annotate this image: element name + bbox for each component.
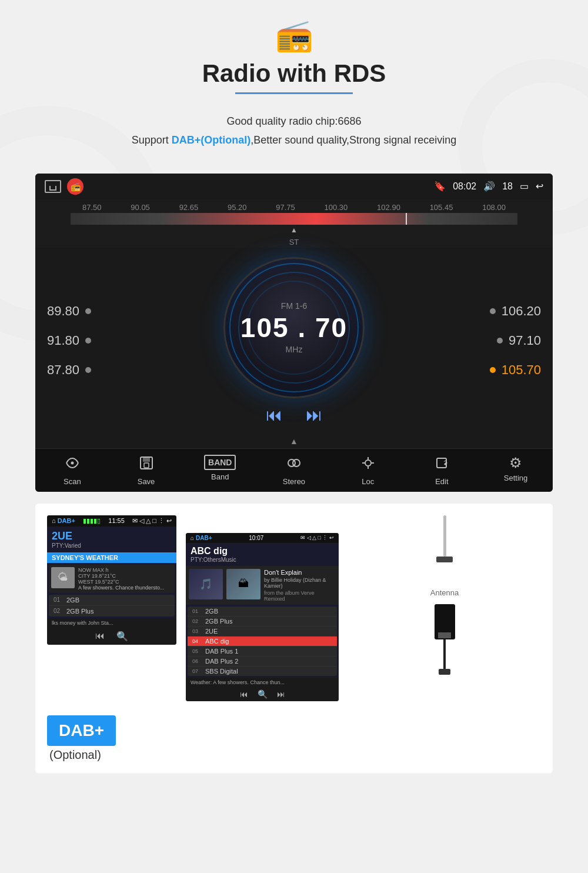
freq-100: 100.30	[325, 203, 348, 212]
dab-station-info-1: 2UE PTY:Varied	[47, 527, 176, 552]
station-dot-105	[490, 367, 496, 373]
tuner-preset: FM 1-6	[281, 301, 307, 311]
freq-102: 102.90	[377, 203, 400, 212]
toolbar-save[interactable]: Save	[120, 455, 173, 486]
toolbar-edit[interactable]: Edit	[415, 455, 468, 486]
edit-icon	[433, 455, 450, 475]
station-left-3[interactable]: 87.80	[47, 362, 118, 378]
st-label: ST	[35, 236, 553, 248]
search-btn-1[interactable]: 🔍	[116, 631, 128, 642]
home-icon-dab2: ⌂	[191, 535, 194, 541]
subtitle2: Support DAB+(Optional),Better sound qual…	[132, 131, 456, 149]
edit-label: Edit	[435, 477, 448, 486]
station-right-1[interactable]: 106.20	[490, 304, 541, 319]
status-left: 📻	[45, 178, 83, 195]
freq-ruler: 87.50 90.05 92.65 95.20 97.75 100.30 102…	[35, 199, 553, 248]
station-freq-89: 89.80	[47, 304, 79, 319]
dab-album-2: 🎵 🏔 Don't Explain by Billie Holiday (Diz…	[186, 566, 339, 605]
usb-dongle	[435, 604, 455, 675]
svg-point-0	[71, 461, 74, 464]
radio-screen: 📻 🔖 08:02 🔊 18 ▭ ↩ 87.50 90.05 92.65 95.…	[35, 174, 553, 492]
radio-toolbar: Scan Save BAND Band	[35, 448, 553, 492]
toolbar-band[interactable]: BAND Band	[193, 455, 246, 486]
dab-section: ⌂ DAB+ ▮▮▮▮▯ 11:55 ✉ ◁ △ □ ⋮ ↩ 2UE PTY:V…	[35, 504, 553, 774]
dab-controls-2: ⏮ 🔍 ⏭	[186, 687, 339, 701]
album-art-1: 🎵	[189, 569, 223, 599]
freq-numbers: 87.50 90.05 92.65 95.20 97.75 100.30 102…	[35, 203, 553, 212]
next-station-button[interactable]: ⏭	[306, 405, 322, 425]
dab-station-info-2: ABC dig PTY:OthersMusic	[186, 543, 339, 566]
station-freq-91: 91.80	[47, 333, 79, 348]
battery-level: 18	[502, 181, 513, 192]
station-dot-91	[85, 338, 91, 344]
dab-statusbar-1: ⌂ DAB+ ▮▮▮▮▯ 11:55 ✉ ◁ △ □ ⋮ ↩	[47, 515, 176, 527]
title-underline	[235, 92, 353, 94]
center-tuner: FM 1-6 105 . 70 MHz ⏮ ⏭	[118, 257, 470, 425]
toolbar-loc[interactable]: Loc	[342, 455, 395, 486]
station-dot-97	[497, 338, 503, 344]
station-dot-106	[490, 308, 496, 314]
toolbar-stereo[interactable]: Stereo	[268, 455, 320, 486]
station-list-right: 106.20 97.10 105.70	[470, 304, 541, 378]
svg-rect-7	[437, 458, 446, 468]
freq-arrow: ▲	[35, 225, 553, 236]
album-name: from the album Verve Remixed	[264, 590, 336, 602]
prev-btn-1[interactable]: ⏮	[95, 631, 105, 642]
news-item-1: 🌤 NOW MAX h CITY 19.8°21°C WEST 19.5°22°…	[49, 565, 175, 593]
station-list-left: 89.80 91.80 87.80	[47, 304, 118, 378]
band-icon: BAND	[204, 455, 236, 470]
dab-station-name-2: ABC dig	[191, 546, 334, 557]
station-right-2[interactable]: 97.10	[497, 333, 541, 348]
dab-label-1: DAB+	[58, 517, 75, 524]
dab-pty-1: PTY:Varied	[52, 542, 172, 549]
weather-banner-1: SYDNEY'S WEATHER	[47, 552, 176, 563]
band-label: Band	[211, 472, 229, 481]
time-display: 08:02	[453, 181, 476, 192]
prev-station-button[interactable]: ⏮	[266, 405, 282, 425]
freq-90: 90.05	[131, 203, 150, 212]
station-left-1[interactable]: 89.80	[47, 304, 118, 319]
home-icon-dab1: ⌂	[52, 517, 56, 524]
freq-97: 97.75	[276, 203, 295, 212]
dab-controls-1: ⏮ 🔍	[47, 628, 176, 645]
channel-2gb-plus: 2GB Plus	[66, 608, 93, 615]
news-text-1: A few showers. Chance thundersto...	[78, 585, 165, 591]
ticker-1: lks money with John Sta...	[47, 618, 176, 628]
home-icon[interactable]	[45, 180, 61, 193]
freq-95: 95.20	[228, 203, 247, 212]
dab-screenshots-row: ⌂ DAB+ ▮▮▮▮▯ 11:55 ✉ ◁ △ □ ⋮ ↩ 2UE PTY:V…	[47, 515, 541, 701]
toolbar-setting[interactable]: ⚙ Setting	[489, 455, 542, 486]
back-icon[interactable]: ↩	[536, 181, 543, 192]
svg-rect-3	[144, 463, 149, 468]
stereo-icon	[286, 455, 302, 475]
icons-dab2: ✉ ◁ △ □ ⋮ ↩	[300, 535, 334, 541]
station-left-2[interactable]: 91.80	[47, 333, 118, 348]
next-btn-2[interactable]: ⏭	[277, 689, 285, 699]
status-right: 🔖 08:02 🔊 18 ▭ ↩	[434, 181, 543, 192]
dab-statusbar-2: ⌂ DAB+ 10:07 ✉ ◁ △ □ ⋮ ↩	[186, 533, 339, 543]
tuner-controls: ⏮ ⏭	[266, 405, 322, 425]
station-dot-87	[85, 367, 91, 373]
dab-badge: DAB+	[47, 715, 116, 746]
radio-main: 89.80 91.80 87.80 FM 1-6	[35, 248, 553, 434]
scan-label: Scan	[64, 477, 81, 486]
dab-optional: (Optional)	[49, 748, 101, 762]
toolbar-scan[interactable]: Scan	[46, 455, 99, 486]
station-dot-89	[85, 308, 91, 314]
tuner-circle: FM 1-6 105 . 70 MHz	[223, 257, 365, 398]
dab-screen-2: ⌂ DAB+ 10:07 ✉ ◁ △ □ ⋮ ↩ ABC dig PTY:Oth…	[186, 533, 339, 701]
search-btn-2[interactable]: 🔍	[258, 689, 268, 699]
subtitle-block: Good quality radio chip:6686 Support DAB…	[132, 112, 456, 150]
artist-name: by Billie Holiday (Dizhan & Kamier)	[264, 577, 336, 589]
weather-text-2: Weather: A few showers. Chance thun...	[186, 678, 339, 687]
prev-btn-2[interactable]: ⏮	[240, 689, 248, 699]
station-right-3[interactable]: 105.70	[490, 362, 541, 378]
radio-icon: 📻	[275, 18, 313, 54]
setting-icon: ⚙	[509, 455, 522, 471]
sim-icon: 🔖	[434, 181, 446, 192]
album-art-2: 🏔	[226, 569, 260, 599]
ruler-bar[interactable]	[71, 213, 517, 225]
dab-pty-2: PTY:OthersMusic	[191, 557, 334, 563]
antenna-diagram: Antenna	[427, 515, 462, 675]
freq-92: 92.65	[179, 203, 199, 212]
